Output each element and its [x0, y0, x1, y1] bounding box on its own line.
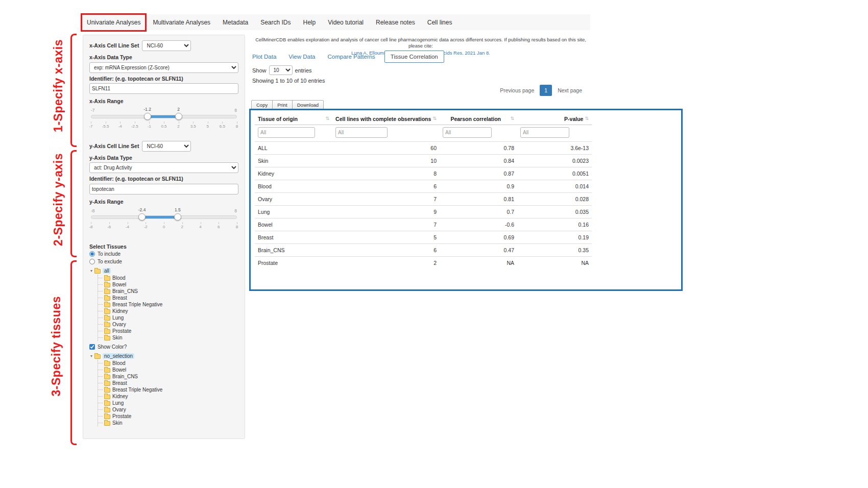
- slider-grid: -7-5.5-4-2.5-10.523.556.58: [91, 121, 237, 131]
- nav-item-univariate-analyses[interactable]: Univariate Analyses: [81, 13, 147, 32]
- y-range-slider[interactable]: -8 8 -2.4 1.5 -8-6-4-202468: [91, 207, 237, 232]
- x-data-type-select[interactable]: exp: mRNA Expression (Z-Score): [89, 62, 238, 73]
- color-tree-item-label: Blood: [112, 360, 126, 366]
- nav-item-help[interactable]: Help: [297, 19, 322, 26]
- color-tree-item-brain-cns[interactable]: Brain_CNS: [98, 373, 238, 380]
- show-color-row[interactable]: Show Color?: [89, 344, 238, 350]
- slider-track[interactable]: [91, 115, 237, 118]
- nav-item-video-tutorial[interactable]: Video tutorial: [322, 19, 370, 26]
- table-row[interactable]: Breast50.690.19: [255, 231, 592, 244]
- include-tree-item-prostate[interactable]: Prostate: [98, 328, 238, 334]
- x-range-slider[interactable]: -7 8 -1.2 2 -7-5.5-4-2.5-10.523.556.58: [91, 106, 237, 132]
- folder-icon: [104, 323, 110, 327]
- citation-text: CellMinerCDB enables exploration and ana…: [250, 37, 591, 50]
- slider-tick: [164, 121, 164, 124]
- color-tree-item-breast[interactable]: Breast: [98, 380, 238, 386]
- filter-input-pearson-correlation[interactable]: [443, 127, 492, 138]
- exclude-radio-row[interactable]: To exclude: [89, 259, 238, 264]
- color-tree-item-blood[interactable]: Blood: [98, 360, 238, 367]
- nav-item-cell-lines[interactable]: Cell lines: [421, 19, 459, 26]
- folder-icon: [94, 354, 101, 359]
- slider-tick: [106, 121, 106, 124]
- slider-tick: [237, 222, 237, 224]
- include-tree-item-bowel[interactable]: Bowel: [98, 281, 238, 288]
- nav-item-metadata[interactable]: Metadata: [216, 19, 254, 26]
- column-header-p-value[interactable]: ⇅P-value: [517, 112, 592, 125]
- tab-compare-patterns[interactable]: Compare Patterns: [328, 54, 375, 60]
- table-row[interactable]: Brain_CNS60.470.35: [255, 244, 592, 257]
- filter-input-p-value[interactable]: [520, 127, 569, 138]
- slider-handle-high[interactable]: [174, 213, 181, 221]
- folder-icon: [104, 381, 110, 386]
- include-radio-row[interactable]: To include: [89, 251, 238, 257]
- page-length-select[interactable]: 10: [269, 65, 293, 75]
- table-row[interactable]: Ovary70.810.028: [255, 193, 592, 206]
- exclude-radio[interactable]: [89, 259, 95, 264]
- table-row[interactable]: Kidney80.870.0051: [255, 167, 592, 180]
- show-color-checkbox[interactable]: [89, 344, 95, 350]
- include-tree-item-label: Blood: [112, 275, 126, 281]
- include-tree-item-skin[interactable]: Skin: [98, 334, 238, 341]
- nav-item-multivariate-analyses[interactable]: Multivariate Analyses: [147, 19, 216, 26]
- include-tree-root-node[interactable]: ▾all: [90, 267, 238, 275]
- table-row[interactable]: Bowel7-0.60.16: [255, 218, 592, 231]
- nav-item-release-notes[interactable]: Release notes: [370, 19, 421, 26]
- table-row[interactable]: Skin100.840.0023: [255, 155, 592, 167]
- filter-cell: [517, 125, 592, 142]
- y-data-type-select[interactable]: act: Drug Activity: [89, 162, 238, 173]
- include-tree-item-brain-cns[interactable]: Brain_CNS: [98, 288, 238, 295]
- folder-icon: [104, 309, 110, 314]
- folder-icon: [104, 395, 110, 399]
- include-tree-item-breast[interactable]: Breast: [98, 295, 238, 301]
- x-cell-line-set-label: x-Axis Cell Line Set: [89, 42, 139, 49]
- page-number-button[interactable]: 1: [540, 85, 552, 96]
- color-tree-item-kidney[interactable]: Kidney: [98, 393, 238, 400]
- include-tree-item-breast-triple-negative[interactable]: Breast Triple Negative: [98, 301, 238, 308]
- table-cell: 0.78: [440, 142, 517, 155]
- tab-plot-data[interactable]: Plot Data: [252, 54, 276, 60]
- slider-tick-label: -2: [144, 225, 148, 229]
- include-radio[interactable]: [89, 251, 95, 257]
- x-cell-line-set-select[interactable]: NCI-60: [142, 40, 191, 51]
- tab-view-data[interactable]: View Data: [288, 54, 315, 60]
- color-tree-root-node[interactable]: ▾no_selection: [90, 352, 238, 360]
- slider-handle-low[interactable]: [138, 213, 146, 221]
- column-header-pearson-correlation[interactable]: ⇅Pearson correlation: [440, 112, 517, 125]
- table-row[interactable]: Lung90.70.035: [255, 206, 592, 218]
- folder-icon: [104, 329, 110, 334]
- y-identifier-input[interactable]: [89, 184, 238, 194]
- y-cell-line-set-select[interactable]: NCI-60: [142, 141, 191, 152]
- nav-item-search-ids[interactable]: Search IDs: [254, 19, 297, 26]
- color-tree-item-bowel[interactable]: Bowel: [98, 367, 238, 373]
- slider-handle-high[interactable]: [175, 113, 182, 120]
- table-row[interactable]: ALL600.783.6e-13: [255, 142, 592, 155]
- next-page-button[interactable]: Next page: [553, 85, 586, 96]
- slider-track[interactable]: [91, 215, 237, 219]
- color-tree-item-breast-triple-negative[interactable]: Breast Triple Negative: [98, 386, 238, 393]
- filter-input-cell-lines-with-complete-observations[interactable]: [335, 127, 388, 138]
- table-row[interactable]: Prostate2NANA: [255, 257, 592, 270]
- x-identifier-input[interactable]: [89, 83, 238, 94]
- color-tree-item-lung[interactable]: Lung: [98, 400, 238, 406]
- slider-bar: [142, 216, 177, 218]
- color-tree-item-ovary[interactable]: Ovary: [98, 406, 238, 413]
- filter-input-tissue-of-origin[interactable]: [258, 127, 315, 138]
- table-cell: 0.35: [517, 244, 592, 257]
- tab-tissue-correlation[interactable]: Tissue Correlation: [384, 51, 444, 63]
- color-tree-item-skin[interactable]: Skin: [98, 420, 238, 426]
- include-tree-item-kidney[interactable]: Kidney: [98, 308, 238, 314]
- color-tree-item-label: Bowel: [112, 367, 126, 373]
- color-tree-item-prostate[interactable]: Prostate: [98, 413, 238, 420]
- include-tree-item-ovary[interactable]: Ovary: [98, 321, 238, 328]
- column-header-tissue-of-origin[interactable]: ⇅Tissue of origin: [255, 112, 332, 125]
- table-row[interactable]: Blood60.90.014: [255, 180, 592, 193]
- include-tree-item-lung[interactable]: Lung: [98, 314, 238, 321]
- slider-tick: [120, 121, 120, 124]
- folder-icon: [104, 276, 110, 281]
- include-tree-item-blood[interactable]: Blood: [98, 275, 238, 281]
- folder-icon: [104, 289, 110, 294]
- include-tree-children: BloodBowelBrain_CNSBreastBreast Triple N…: [98, 275, 238, 341]
- column-header-cell-lines-with-complete-observations[interactable]: ⇅Cell lines with complete observations: [332, 112, 440, 125]
- previous-page-button[interactable]: Previous page: [496, 85, 538, 96]
- slider-handle-low[interactable]: [144, 113, 151, 120]
